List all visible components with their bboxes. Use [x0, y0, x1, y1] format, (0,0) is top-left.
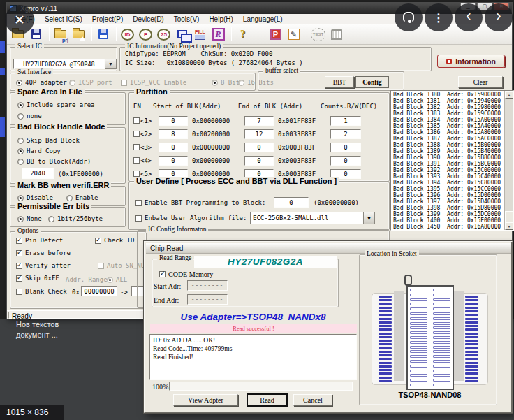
radio-skip-bad-block[interactable]: Skip Bad Block: [17, 137, 80, 144]
save-buffer-button[interactable]: [95, 27, 111, 43]
radio-mark-enable[interactable]: Enable: [66, 194, 98, 201]
checkbox-enable-bbt[interactable]: Enable BBT Programming to Block:: [135, 199, 265, 206]
fill-buffer-button[interactable]: FILL: [192, 27, 208, 43]
bad-block-row[interactable]: Bad Block 1389 Addr: 0x15B40000: [392, 148, 505, 154]
algorithm-dropdown-button[interactable]: ▼: [363, 212, 375, 224]
radio-include-spare[interactable]: Include spare area: [17, 101, 95, 108]
radio-bb-to-block[interactable]: BB to Block(Addr): [17, 158, 91, 165]
partition-enable-checkbox[interactable]: [133, 117, 140, 124]
program-button[interactable]: P: [267, 27, 284, 43]
radio-mark-disable[interactable]: Disable: [17, 194, 53, 201]
bbt-block-input[interactable]: 0: [274, 197, 309, 208]
partition-count-input[interactable]: 0: [330, 156, 361, 166]
bad-block-row[interactable]: Bad Block 1380 Addr: 0x15900000: [392, 92, 505, 98]
radio-40p-adapter[interactable]: 40P adapter: [16, 79, 67, 86]
checkbox-verify-after[interactable]: Verify after: [16, 262, 71, 269]
bad-block-list[interactable]: Bad Block 1380 Addr: 0x15900000Bad Block…: [390, 90, 514, 231]
viewer-close-button[interactable]: ✕: [5, 5, 34, 34]
bb-block-addr-input[interactable]: 2040: [22, 168, 54, 179]
view-25-button[interactable]: 25: [156, 27, 172, 43]
find-button[interactable]: F: [138, 27, 154, 43]
bad-block-row[interactable]: Bad Block 1381 Addr: 0x15940000: [392, 98, 505, 104]
viewer-prev-button[interactable]: ‹: [455, 3, 483, 31]
bad-block-row[interactable]: Bad Block 1391 Addr: 0x15BC0000: [392, 161, 505, 167]
edit-buffer-button[interactable]: ✎: [286, 27, 302, 43]
checkbox-blank-check[interactable]: Blank Check: [16, 288, 67, 295]
menu-item-5[interactable]: Help(H): [204, 15, 237, 23]
bad-block-row[interactable]: Bad Block 1387 Addr: 0x15AC0000: [392, 136, 505, 142]
radio-icsp-port[interactable]: ICSP port: [69, 79, 112, 86]
replace-button[interactable]: R: [210, 27, 226, 43]
radio-spare-none[interactable]: none: [17, 113, 42, 120]
checkbox-check-id[interactable]: Check ID: [95, 237, 134, 244]
bad-block-row[interactable]: Bad Block 1450 Addr: 0x16A80000: [392, 224, 505, 229]
viewer-next-button[interactable]: ›: [485, 3, 513, 31]
bad-block-row[interactable]: Bad Block 1390 Addr: 0x15B80000: [392, 154, 505, 161]
bad-block-scrollbar[interactable]: ▲ ▼: [504, 91, 513, 230]
bad-block-row[interactable]: Bad Block 1385 Addr: 0x15A40000: [392, 123, 505, 129]
partition-count-input[interactable]: 0: [330, 143, 361, 152]
scroll-up-icon[interactable]: ▲: [505, 91, 513, 99]
socket-map-button[interactable]: [328, 27, 344, 43]
copy-buffer-button[interactable]: [174, 27, 190, 43]
checkbox-icsp-vcc[interactable]: ICSP_VCC Enable: [121, 79, 186, 86]
menu-item-3[interactable]: Device(D): [128, 15, 168, 23]
partition-enable-checkbox[interactable]: [133, 157, 140, 164]
bad-block-row[interactable]: Bad Block 1396 Addr: 0x15D00000: [392, 192, 505, 198]
checkbox-pin-detect[interactable]: Pin Detect: [16, 237, 63, 244]
partition-count-input[interactable]: 1: [330, 116, 361, 126]
bad-block-row[interactable]: Bad Block 1386 Addr: 0x15A80000: [392, 129, 505, 136]
start-adr-input[interactable]: --------: [187, 280, 228, 291]
radio-err-none[interactable]: None: [17, 215, 42, 222]
partition-end-input[interactable]: 0: [244, 143, 274, 152]
bad-block-row[interactable]: Bad Block 1384 Addr: 0x15A00000: [392, 117, 505, 123]
menu-item-4[interactable]: Tools(V): [169, 15, 205, 23]
save-project-image-button[interactable]: [71, 27, 87, 43]
partition-end-input[interactable]: 7: [244, 116, 274, 126]
self-test-button[interactable]: TEST: [310, 27, 326, 43]
partition-end-input[interactable]: 0: [244, 156, 274, 166]
partition-enable-checkbox[interactable]: [133, 131, 140, 137]
desktop-file-label[interactable]: Нов текстов документ ...: [16, 319, 59, 340]
bad-block-row[interactable]: Bad Block 1395 Addr: 0x15CC0000: [392, 186, 505, 192]
check-chip-id-button[interactable]: ID: [119, 27, 135, 43]
select-ic-combobox[interactable]: HY27UF082G2A @TSOP48: [13, 59, 105, 69]
cancel-button[interactable]: Cancel: [293, 394, 332, 406]
menu-item-6[interactable]: Language(L): [238, 15, 288, 23]
checkbox-code-memory[interactable]: CODE Memory: [159, 270, 213, 278]
partition-start-input[interactable]: 8: [159, 129, 188, 139]
bad-block-row[interactable]: Bad Block 1382 Addr: 0x15980000: [392, 104, 505, 110]
information-button[interactable]: Information: [437, 55, 505, 68]
bbt-button[interactable]: BBT: [325, 76, 354, 88]
bad-block-row[interactable]: Bad Block 1400 Addr: 0x15E00000: [392, 217, 505, 224]
end-adr-input[interactable]: --------: [187, 294, 228, 305]
range-start-input[interactable]: 00000000: [81, 286, 117, 296]
checkbox-user-algorithm[interactable]: Enbale User Algorithm file:: [135, 215, 247, 222]
open-project-button[interactable]: prj: [52, 27, 68, 43]
partition-start-input[interactable]: 0: [159, 143, 188, 152]
viewer-lens-button[interactable]: [395, 3, 423, 31]
algorithm-file-combobox[interactable]: ECC-256Bx2-SMALL.dll: [250, 212, 363, 224]
partition-enable-checkbox[interactable]: [133, 171, 140, 177]
config-button[interactable]: Config: [355, 76, 389, 88]
bad-block-row[interactable]: Bad Block 1394 Addr: 0x15C80000: [392, 180, 505, 186]
radio-addr-all[interactable]: ALL: [107, 276, 127, 283]
bad-block-row[interactable]: Bad Block 1398 Addr: 0x15D80000: [392, 205, 505, 211]
checkbox-skip-ff[interactable]: Skip 0xFF: [16, 275, 59, 282]
bad-block-row[interactable]: Bad Block 1388 Addr: 0x15B00000: [392, 142, 505, 148]
partition-count-input[interactable]: 2: [330, 129, 361, 139]
radio-hard-copy[interactable]: Hard Copy: [17, 147, 61, 154]
scroll-down-icon[interactable]: ▼: [505, 222, 513, 230]
bad-block-row[interactable]: Bad Block 1393 Addr: 0x15C40000: [392, 173, 505, 180]
viewer-more-button[interactable]: ⋮: [425, 3, 453, 31]
clear-button[interactable]: Clear: [458, 76, 503, 88]
partition-start-input[interactable]: 0: [159, 116, 188, 126]
view-adapter-button[interactable]: View Adpter: [173, 394, 238, 406]
bad-block-row[interactable]: Bad Block 1397 Addr: 0x15D40000: [392, 198, 505, 205]
partition-end-input[interactable]: 12: [244, 129, 274, 139]
help-button[interactable]: ?: [235, 27, 251, 43]
bad-block-row[interactable]: Bad Block 1399 Addr: 0x15DC0000: [392, 211, 505, 217]
bad-block-row[interactable]: Bad Block 1392 Addr: 0x15C00000: [392, 167, 505, 173]
read-button[interactable]: Read: [247, 394, 287, 406]
menu-item-2[interactable]: Project(P): [87, 15, 128, 23]
